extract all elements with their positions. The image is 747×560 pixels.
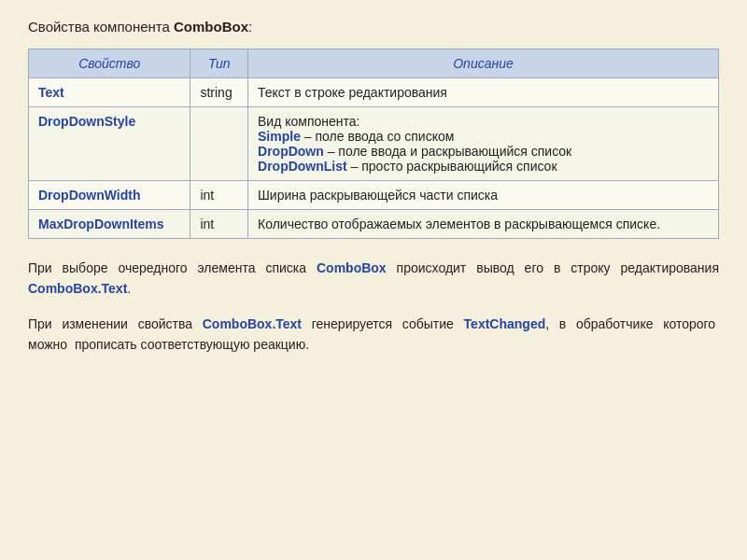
page-title: Свойства компонента ComboBox: xyxy=(28,19,719,35)
col-header-property: Свойство xyxy=(29,49,190,78)
desc-maxdropdownitems: Количество отображаемых элементов в раск… xyxy=(248,210,719,239)
table-row: MaxDropDownItems int Количество отобража… xyxy=(29,210,719,239)
desc-dropdownlist-bold: DropDownList xyxy=(258,159,347,174)
property-name-dropdownwidth: DropDownWidth xyxy=(29,181,190,210)
title-component: ComboBox xyxy=(174,19,248,35)
col-header-description: Описание xyxy=(248,49,719,78)
table-row: DropDownWidth int Ширина раскрывающейся … xyxy=(29,181,719,210)
desc-text: Текст в строке редактирования xyxy=(248,78,719,107)
table-header-row: Свойство Тип Описание xyxy=(29,49,719,78)
combobox-text-ref-1: ComboBox.Text xyxy=(28,281,127,296)
col-header-type: Тип xyxy=(190,49,248,78)
paragraph-2: При изменении свойства ComboBox.Text ген… xyxy=(28,314,719,356)
combobox-ref-1: ComboBox xyxy=(317,260,387,275)
table-row: Text string Текст в строке редактировани… xyxy=(29,78,719,107)
title-suffix: : xyxy=(248,19,252,35)
textchanged-ref: TextChanged xyxy=(464,316,546,331)
property-name-maxdropdownitems: MaxDropDownItems xyxy=(29,210,190,239)
type-maxdropdownitems: int xyxy=(190,210,248,239)
type-dropdownstyle xyxy=(190,107,248,181)
type-dropdownwidth: int xyxy=(190,181,248,210)
title-prefix: Свойства компонента xyxy=(28,19,174,35)
desc-dropdown-bold: DropDown xyxy=(258,144,324,159)
properties-table: Свойство Тип Описание Text string Текст … xyxy=(28,49,719,239)
type-text: string xyxy=(190,78,248,107)
desc-dropdownstyle: Вид компонента: Simple – поле ввода со с… xyxy=(248,107,719,181)
desc-dropdownwidth: Ширина раскрывающейся части списка xyxy=(248,181,719,210)
property-name-text: Text xyxy=(29,78,190,107)
paragraph-1: При выборе очередного элемента списка Co… xyxy=(28,258,719,300)
table-row: DropDownStyle Вид компонента: Simple – п… xyxy=(29,107,719,181)
combobox-text-ref-2: ComboBox.Text xyxy=(203,316,302,331)
desc-simple-bold: Simple xyxy=(258,129,301,144)
property-name-dropdownstyle: DropDownStyle xyxy=(29,107,190,181)
